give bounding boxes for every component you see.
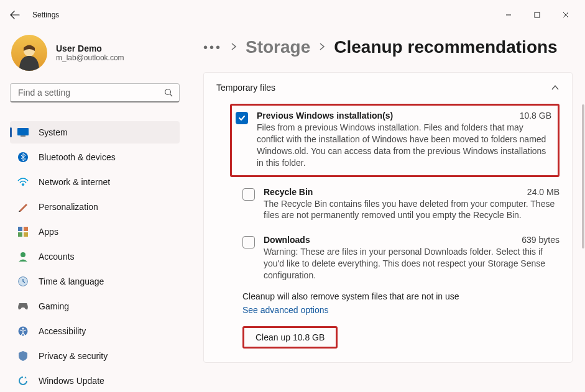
- back-button[interactable]: [5, 5, 25, 25]
- content-area: ••• Storage Cleanup recommendations Temp…: [190, 30, 585, 392]
- profile-area[interactable]: User Demo m_lab@outlook.com: [10, 35, 180, 71]
- file-row-previous-windows[interactable]: Previous Windows installation(s) 10.8 GB…: [236, 111, 551, 169]
- file-row-downloads[interactable]: Downloads 639 bytes Warning: These are f…: [242, 230, 560, 290]
- sidebar-item-update[interactable]: Windows Update: [10, 370, 180, 392]
- sidebar-item-label: Accessibility: [39, 326, 86, 336]
- chevron-icon: [319, 42, 325, 53]
- sidebar-item-label: Bluetooth & devices: [39, 152, 116, 162]
- sidebar-item-network[interactable]: Network & internet: [10, 171, 180, 193]
- sidebar-item-label: Gaming: [39, 301, 69, 311]
- svg-rect-3: [17, 128, 29, 135]
- update-icon: [17, 375, 29, 386]
- breadcrumb-more-icon[interactable]: •••: [203, 40, 222, 55]
- sidebar-item-label: Accounts: [39, 252, 75, 262]
- accessibility-icon: [17, 326, 29, 337]
- clock-icon: [17, 276, 29, 287]
- minimize-button[interactable]: [494, 5, 523, 25]
- svg-point-6: [22, 185, 24, 186]
- profile-name: User Demo: [56, 43, 124, 53]
- brush-icon: [17, 201, 29, 212]
- search-field[interactable]: [10, 83, 180, 103]
- nav-list: System Bluetooth & devices Network & int…: [10, 121, 180, 392]
- svg-point-11: [21, 252, 25, 257]
- arrow-left-icon: [10, 10, 20, 20]
- svg-point-2: [165, 89, 171, 95]
- sidebar-item-label: Apps: [39, 227, 58, 237]
- sidebar-item-label: Personalization: [39, 202, 98, 212]
- gamepad-icon: [17, 301, 29, 312]
- wifi-icon: [17, 176, 29, 188]
- avatar: [11, 35, 47, 71]
- sidebar-item-bluetooth[interactable]: Bluetooth & devices: [10, 146, 180, 168]
- maximize-button[interactable]: [523, 5, 551, 25]
- file-size: 10.8 GB: [520, 111, 551, 121]
- svg-rect-4: [21, 135, 25, 137]
- checkbox-previous-windows[interactable]: [236, 112, 248, 124]
- sidebar-item-apps[interactable]: Apps: [10, 221, 180, 243]
- file-size: 639 bytes: [522, 235, 560, 245]
- file-title: Recycle Bin: [264, 187, 313, 197]
- sidebar: User Demo m_lab@outlook.com System Bluet…: [0, 30, 190, 392]
- search-input[interactable]: [18, 88, 164, 98]
- temporary-files-panel: Temporary files Previous Windows install…: [203, 72, 573, 363]
- close-button[interactable]: [551, 5, 580, 25]
- profile-email: m_lab@outlook.com: [56, 53, 124, 62]
- sidebar-item-accounts[interactable]: Accounts: [10, 245, 180, 268]
- window-title: Settings: [32, 11, 59, 19]
- cleanup-button[interactable]: Clean up 10.8 GB: [242, 326, 338, 349]
- titlebar: Settings: [0, 0, 585, 30]
- cleanup-note: Cleanup will also remove system files th…: [242, 291, 560, 301]
- bluetooth-icon: [17, 152, 29, 163]
- search-icon: [164, 88, 173, 97]
- file-row-recycle-bin[interactable]: Recycle Bin 24.0 MB The Recycle Bin cont…: [242, 182, 560, 230]
- svg-rect-8: [24, 227, 28, 231]
- shield-icon: [17, 350, 29, 362]
- chevron-icon: [231, 42, 237, 53]
- check-icon: [238, 114, 246, 122]
- page-title: Cleanup recommendations: [334, 37, 557, 57]
- svg-rect-10: [24, 232, 28, 237]
- checkbox-downloads[interactable]: [242, 236, 255, 248]
- svg-rect-0: [535, 12, 540, 17]
- svg-rect-9: [18, 232, 22, 237]
- panel-title: Temporary files: [216, 83, 275, 93]
- file-desc: The Recycle Bin contains files you have …: [264, 198, 560, 222]
- highlight-annotation: Previous Windows installation(s) 10.8 GB…: [230, 104, 560, 177]
- sidebar-item-privacy[interactable]: Privacy & security: [10, 345, 180, 367]
- sidebar-item-time[interactable]: Time & language: [10, 270, 180, 293]
- advanced-options-link[interactable]: See advanced options: [242, 305, 560, 315]
- sidebar-item-label: System: [39, 127, 68, 137]
- system-icon: [17, 127, 29, 138]
- file-desc: Files from a previous Windows installati…: [257, 122, 551, 169]
- sidebar-item-label: Time & language: [39, 276, 104, 286]
- chevron-up-icon: [551, 84, 560, 91]
- sidebar-item-personalization[interactable]: Personalization: [10, 196, 180, 218]
- sidebar-item-label: Windows Update: [39, 376, 104, 386]
- apps-icon: [17, 226, 29, 237]
- sidebar-item-system[interactable]: System: [10, 121, 180, 144]
- sidebar-item-label: Network & internet: [39, 177, 110, 187]
- scrollbar[interactable]: [582, 104, 584, 248]
- file-title: Downloads: [264, 235, 310, 245]
- svg-point-15: [22, 327, 24, 329]
- sidebar-item-accessibility[interactable]: Accessibility: [10, 320, 180, 342]
- file-title: Previous Windows installation(s): [257, 111, 393, 121]
- sidebar-item-gaming[interactable]: Gaming: [10, 295, 180, 317]
- panel-header[interactable]: Temporary files: [204, 73, 572, 104]
- person-icon: [17, 251, 29, 262]
- file-size: 24.0 MB: [527, 187, 560, 197]
- file-desc: Warning: These are files in your persona…: [264, 246, 560, 281]
- svg-rect-7: [18, 227, 22, 231]
- breadcrumb: ••• Storage Cleanup recommendations: [203, 37, 573, 57]
- sidebar-item-label: Privacy & security: [39, 351, 108, 361]
- checkbox-recycle-bin[interactable]: [242, 188, 255, 201]
- breadcrumb-storage[interactable]: Storage: [246, 37, 310, 57]
